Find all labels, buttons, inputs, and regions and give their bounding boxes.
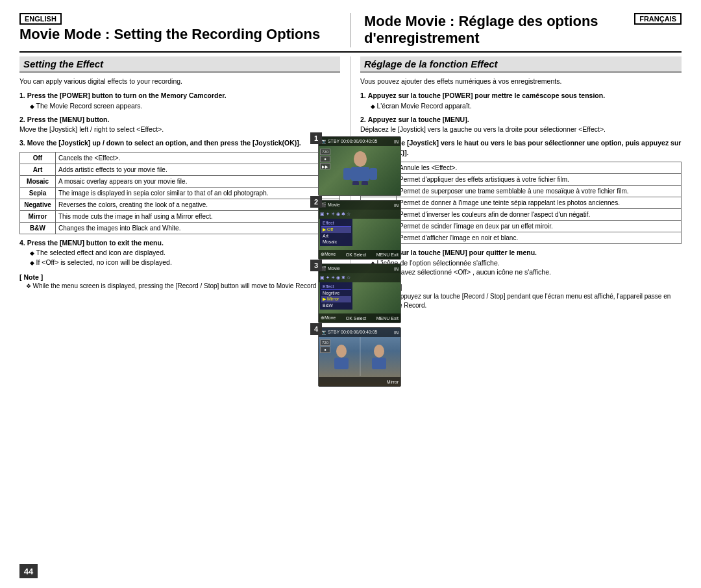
page: ENGLISH Movie Mode : Setting the Recordi… [0,0,701,588]
table-row: B&WChanges the images into Black and Whi… [20,223,340,234]
icon-720-4: 720 [320,339,330,346]
menu-header-effect: Effect [321,220,351,227]
effect-label: Mosaic [20,176,56,188]
screen-2-indicator: IN [394,203,399,208]
effect-label: Off [20,153,56,164]
center-images-strip: 1 📷 STBY 00:00:00/00:40:05 IN [318,136,401,387]
screen-3-bottom: ⊕Move OK Select MENU Exit [319,313,400,323]
menu-item-off: ▶ Off [321,227,351,233]
svg-rect-2 [343,168,351,180]
step-3-text: Move the [Joystick] up / down to select … [27,139,301,147]
screen-4-container: 4 📷 STBY 00:00:00/00:40:05 IN [318,327,401,387]
right-step-4: 4. Appuyez sur la touche [MENU] pour qui… [360,248,682,277]
effect-label: Mirror [20,211,56,223]
camera-screen-2: 🎬 Movie IN ▣ ✦ ☀ ◉ ✱ ☆ Effect ▶ Off Art … [318,200,401,260]
svg-rect-4 [352,181,359,185]
screen-3-move: ⊕Move [321,315,336,321]
screen-2-icon-bar: ▣ ✦ ☀ ◉ ✱ ☆ [319,210,400,219]
right-header: Mode Movie : Réglage des options d'enreg… [350,13,682,47]
table-row: MirrorThis mode cuts the image in half u… [20,211,340,223]
screen-2-label: 🎬 Movie [321,202,340,208]
icon-720: 720 [320,149,330,155]
screen-1-indicator: IN [394,140,399,144]
svg-rect-5 [362,181,368,185]
right-step-2-num: 2. [360,116,366,123]
table-row: MirrorPermet de scinder l'image en deux … [361,221,682,232]
menu-item-bw: B&W [321,302,351,308]
table-row: ArtPermet d'appliquer des effets artisti… [361,174,682,186]
camera-screen-3: 🎬 Movie IN ▣ ✦ ☀ ◉ ✱ ☆ Effect Negrtive ▶… [318,263,401,323]
col-left: Setting the Effect You can apply various… [19,56,350,310]
screen-1-status: 📷 STBY 00:00:00/00:40:05 [321,139,378,144]
step-2-sub: Move the [Joystick] left / right to sele… [19,125,340,134]
effect-label: Sepia [20,188,56,199]
screen-1-container: 1 📷 STBY 00:00:00/00:40:05 IN [318,136,401,196]
right-step-4-bullet1: L'icône de l'option sélectionnée s'affic… [371,258,682,268]
table-row: OffAnnule les <Effect>. [361,162,682,174]
screen-2-move: ⊕Move [321,252,336,257]
screen-3-top-bar: 🎬 Movie IN [319,264,400,273]
step-4-num: 4. [19,239,25,247]
icon-mode: ▶▶ [320,163,330,169]
menu-item-mosaic: Mosaic [321,239,351,245]
effect-desc: A mosaic overlay appears on your movie f… [56,176,340,188]
screen-3-exit: MENU Exit [376,316,399,321]
note-title-right: [ Remarque ] [360,282,682,292]
right-step-2-sub: Déplacez le [Joystick] vers la gauche ou… [360,125,682,134]
right-step-3: 3. Déplacez le [Joystick] vers le haut o… [360,138,682,245]
note-bullet-right: Si vous appuyez sur la touche [Record / … [367,292,682,310]
badge-3: 3 [310,260,322,271]
right-step-3-text: Déplacez le [Joystick] vers le haut ou v… [360,139,681,156]
step-2-text: Press the [MENU] button. [27,116,110,123]
icon-bar-items: ▣ ✦ ☀ ◉ ✱ ☆ [320,212,350,217]
step-3-num: 3. [19,139,25,147]
main-divider [19,51,682,53]
mirror-label: Mirror [387,380,399,384]
screen-2-top-bar: 🎬 Movie IN [319,201,400,210]
section-title-left: Setting the Effect [19,56,340,73]
screen-3-icons: ▣ ✦ ☀ ◉ ✱ ☆ [320,275,350,280]
table-row: MosaicPermet de superposer une trame sem… [361,186,682,197]
effect-desc: The image is displayed in sepia color si… [56,188,340,199]
effect-desc-right: Permet d'afficher l'image en noir et bla… [397,232,682,244]
effect-label: Negative [20,199,56,211]
menu-item-mirror: ▶ Mirror [321,296,351,302]
screen-1-inner: 📷 STBY 00:00:00/00:40:05 IN 720 ● [319,137,400,195]
table-row: OffCancels the <Effect>. [20,153,340,164]
effect-desc-right: Permet d'appliquer des effets artistique… [397,174,682,186]
effect-desc-right: Permet de scinder l'image en deux par un… [397,221,682,232]
table-row: MosaicA mosaic overlay appears on your m… [20,176,340,188]
main-title-left: Movie Mode : Setting the Recording Optio… [19,26,338,43]
right-step-1-num: 1. [360,92,366,99]
effect-label: Art [20,164,56,176]
right-step-4-bullet2: Si vous avez sélectionné <Off> , aucun i… [371,267,682,277]
effect-desc-right: Annule les <Effect>. [397,162,682,174]
effect-desc-right: Permet de superposer une trame semblable… [397,186,682,197]
effect-desc: This mode cuts the image in half using a… [56,211,340,223]
screen-4-inner: 📷 STBY 00:00:00/00:40:05 IN 720 ● [319,328,400,386]
screen-1-side-icons: 720 ● ▶▶ [320,149,330,169]
note-section-left: [ Note ] While the menu screen is displa… [19,273,340,291]
step-4-text: Press the [MENU] button to exit the menu… [27,239,164,247]
svg-rect-7 [334,358,349,369]
screen-1-top-bar: 📷 STBY 00:00:00/00:40:05 IN [319,137,400,146]
table-row: SepiaThe image is displayed in sepia col… [20,188,340,199]
screen-4-side-icons: 720 ● [320,339,330,353]
camera-screen-4: 📷 STBY 00:00:00/00:40:05 IN 720 ● [318,327,401,387]
screen-2-exit: MENU Exit [376,252,399,257]
step-4: 4. Press the [MENU] button to exit the m… [19,238,340,267]
screen-4-bottom: Mirror [319,377,400,386]
note-title-left: [ Note ] [19,273,340,282]
effect-desc: Cancels the <Effect>. [56,153,340,164]
screen-3-icon-bar: ▣ ✦ ☀ ◉ ✱ ☆ [319,273,400,282]
menu-header-effect-3: Effect [321,284,351,290]
note-section-right: [ Remarque ] Si vous appuyez sur la touc… [360,282,682,310]
screen-2-select: OK Select [346,252,367,257]
header: ENGLISH Movie Mode : Setting the Recordi… [19,13,682,47]
screen-3-label: 🎬 Movie [321,266,340,271]
note-bullet-left: While the menu screen is displayed, pres… [26,282,340,291]
section-intro-right: Vous pouvez ajouter des effets numérique… [360,77,682,86]
page-number: 44 [19,564,38,578]
effect-table-right: OffAnnule les <Effect>.ArtPermet d'appli… [360,162,682,244]
step-1: 1. Press the [POWER] button to turn on t… [19,91,340,110]
